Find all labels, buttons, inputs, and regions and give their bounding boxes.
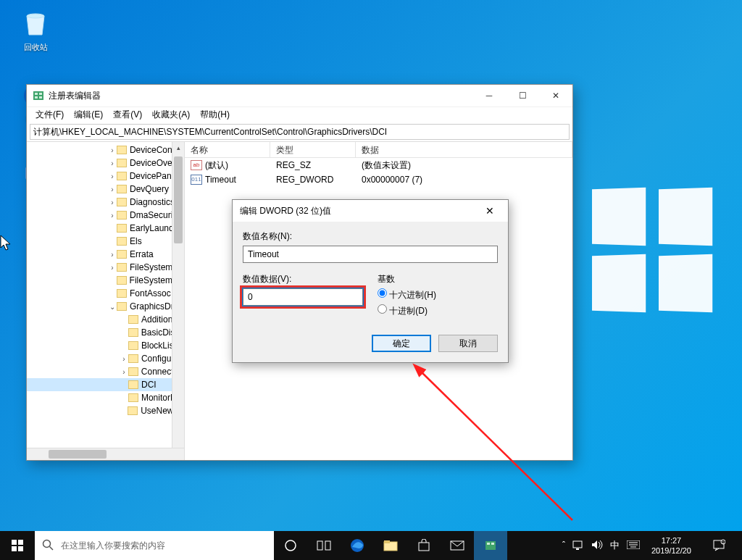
svg-rect-7: [39, 93, 42, 95]
tray-volume-icon[interactable]: [591, 540, 603, 552]
expand-icon[interactable]: ›: [108, 264, 117, 272]
tray-ime-indicator[interactable]: 中: [610, 539, 620, 552]
tree-node[interactable]: BasicDispl: [27, 326, 184, 339]
svg-rect-25: [487, 543, 490, 545]
tray-network-icon[interactable]: [572, 540, 584, 552]
scroll-up-icon[interactable]: ▴: [172, 142, 184, 154]
radio-hex[interactable]: 十六进制(H): [378, 288, 498, 301]
window-title: 注册表编辑器: [49, 90, 472, 102]
folder-icon: [117, 211, 127, 220]
expand-icon[interactable]: ›: [108, 146, 117, 154]
expand-icon[interactable]: ›: [108, 251, 117, 259]
taskbar-app-mail[interactable]: [441, 531, 474, 560]
folder-icon: [117, 302, 127, 311]
expand-icon[interactable]: ›: [108, 212, 117, 220]
tree-node[interactable]: ›Errata: [27, 248, 184, 261]
folder-icon: [117, 224, 127, 233]
tree-node[interactable]: DCI: [27, 378, 184, 391]
scrollbar-thumb[interactable]: [174, 156, 183, 243]
menu-view[interactable]: 查看(V): [109, 107, 146, 122]
tray-keyboard-icon[interactable]: [627, 540, 640, 551]
tree-node[interactable]: FileSystemUti: [27, 274, 184, 287]
ok-button[interactable]: 确定: [372, 335, 431, 352]
search-icon: [42, 539, 54, 553]
taskbar-app-store[interactable]: [407, 531, 441, 560]
taskbar: 在这里输入你要搜索的内容 ˆ 中 17:27 2019/12/20 1: [0, 531, 742, 560]
expand-icon[interactable]: ⌄: [108, 303, 117, 311]
tree-node[interactable]: EarlyLaunch: [27, 222, 184, 235]
value-data: 0x00000007 (7): [356, 173, 572, 186]
taskbar-app-edge[interactable]: [341, 531, 374, 560]
tree-node[interactable]: ›DeviceOverri: [27, 156, 184, 170]
taskbar-search[interactable]: 在这里输入你要搜索的内容: [35, 531, 274, 560]
col-data[interactable]: 数据: [356, 142, 572, 157]
tree-node-label: BlockList: [141, 340, 176, 351]
value-data-label: 数值数据(V):: [243, 273, 363, 285]
radio-dec[interactable]: 十进制(D): [378, 304, 498, 317]
value-data-input[interactable]: [243, 288, 363, 306]
taskbar-app-regedit[interactable]: [474, 531, 507, 560]
tree-node[interactable]: ›DeviceContai: [27, 143, 184, 156]
tree-node[interactable]: ›Connectivi: [27, 365, 184, 378]
titlebar[interactable]: 注册表编辑器 ─ ☐ ✕: [27, 85, 572, 106]
expand-icon[interactable]: ›: [108, 185, 117, 193]
dialog-titlebar[interactable]: 编辑 DWORD (32 位)值 ✕: [233, 200, 508, 222]
tree-node[interactable]: Els: [27, 235, 184, 248]
action-center-icon[interactable]: 1: [703, 531, 735, 560]
taskbar-app-explorer[interactable]: [374, 531, 407, 560]
svg-rect-17: [317, 541, 322, 550]
expand-icon[interactable]: ›: [108, 198, 117, 206]
folder-icon: [117, 250, 127, 259]
folder-icon: [117, 146, 127, 154]
dialog-close-button[interactable]: ✕: [479, 205, 501, 217]
col-name[interactable]: 名称: [185, 142, 270, 157]
tree-node[interactable]: ›Configurat: [27, 352, 184, 365]
close-button[interactable]: ✕: [539, 85, 572, 106]
tree-node[interactable]: ›DmaSecurity: [27, 209, 184, 222]
scrollbar-horizontal[interactable]: [27, 448, 184, 460]
tree-node[interactable]: UseNewKe: [27, 404, 184, 417]
start-button[interactable]: [0, 531, 35, 560]
tree-node[interactable]: ›Diagnostics: [27, 196, 184, 209]
expand-icon[interactable]: ›: [108, 159, 117, 167]
taskbar-clock[interactable]: 17:27 2019/12/20: [647, 535, 696, 556]
scrollbar-vertical[interactable]: ▴▾: [172, 142, 184, 460]
task-view-icon[interactable]: [307, 531, 341, 560]
tree-node[interactable]: ›DevQuery: [27, 183, 184, 196]
menu-file[interactable]: 文件(F): [31, 107, 68, 122]
cancel-button[interactable]: 取消: [438, 335, 498, 352]
expand-icon[interactable]: ›: [120, 368, 128, 376]
tree-node[interactable]: FontAssoc: [27, 287, 184, 300]
folder-icon: [117, 263, 127, 272]
svg-rect-21: [384, 540, 390, 543]
folder-icon: [128, 367, 138, 376]
col-type[interactable]: 类型: [270, 142, 356, 157]
tree-node-label: Diagnostics: [130, 197, 175, 207]
list-row[interactable]: ab(默认)REG_SZ(数值未设置): [185, 158, 572, 172]
value-name: (默认): [205, 160, 228, 170]
registry-tree[interactable]: ›DeviceContai›DeviceOverri›DevicePanels›…: [27, 142, 185, 460]
search-placeholder: 在这里输入你要搜索的内容: [61, 540, 165, 552]
scrollbar-thumb[interactable]: [49, 450, 107, 459]
tree-node[interactable]: MonitorDa: [27, 391, 184, 404]
expand-icon[interactable]: ›: [120, 355, 128, 363]
tree-node[interactable]: Additional: [27, 313, 184, 326]
tray-chevron-up-icon[interactable]: ˆ: [562, 540, 565, 551]
tree-node[interactable]: ›FileSystem: [27, 261, 184, 274]
address-bar[interactable]: 计算机\HKEY_LOCAL_MACHINE\SYSTEM\CurrentCon…: [30, 124, 570, 140]
cortana-icon[interactable]: [274, 531, 307, 560]
value-name: Timeout: [205, 175, 236, 185]
list-row[interactable]: 011TimeoutREG_DWORD0x00000007 (7): [185, 172, 572, 187]
menu-favorites[interactable]: 收藏夹(A): [148, 107, 194, 122]
menu-help[interactable]: 帮助(H): [196, 107, 234, 122]
minimize-button[interactable]: ─: [472, 85, 506, 106]
folder-icon: [117, 237, 127, 246]
maximize-button[interactable]: ☐: [506, 85, 539, 106]
tree-node[interactable]: BlockList: [27, 339, 184, 352]
tree-node[interactable]: ›DevicePanels: [27, 170, 184, 183]
value-name-label: 数值名称(N):: [243, 230, 498, 243]
menu-edit[interactable]: 编辑(E): [70, 107, 107, 122]
tree-node[interactable]: ⌄GraphicsDriv: [27, 300, 184, 313]
expand-icon[interactable]: ›: [108, 172, 117, 180]
desktop-icon-recycle-bin[interactable]: 回收站: [10, 7, 61, 53]
